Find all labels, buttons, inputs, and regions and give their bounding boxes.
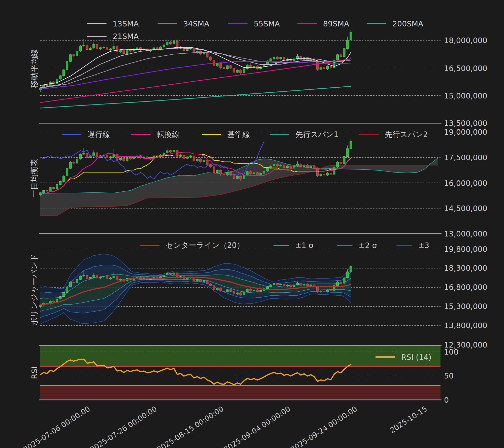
ytick-label: 15,000,000 — [444, 91, 487, 100]
legend-swatch — [202, 134, 221, 135]
legend-swatch — [87, 36, 107, 37]
legend-label: 34SMA — [183, 19, 209, 28]
legend-label: ±2 σ — [359, 241, 377, 250]
legend-swatch — [297, 23, 317, 24]
legend-label: 200SMA — [392, 19, 423, 28]
ytick-label: 13,000,000 — [444, 229, 487, 238]
legend-item-200sma: 200SMA — [367, 19, 423, 28]
legend-item-rsi: RSI (14) — [375, 353, 431, 362]
ytick-label: 16,500,000 — [444, 64, 487, 73]
legend-swatch — [87, 23, 107, 24]
legend-item-55sma: 55SMA — [228, 19, 280, 28]
legend-item-sigma1: ±1 σ — [273, 241, 313, 250]
ytick-label: 16,000,000 — [444, 179, 487, 188]
legend-label: ±1 σ — [295, 241, 313, 250]
legend-item-21sma: 21SMA — [87, 32, 139, 41]
legend-label: 先行スパン1 — [295, 129, 338, 140]
legend-item-sigma3: ±3 — [396, 241, 429, 250]
legend-swatch — [62, 134, 81, 135]
legend-label: 21SMA — [113, 32, 139, 41]
legend-item-lagging-span: 遅行線 — [62, 130, 110, 139]
legend-label: 遅行線 — [87, 129, 110, 140]
ytick-label: 17,500,000 — [444, 153, 487, 162]
legend-label: RSI (14) — [401, 353, 431, 362]
ytick-label: 18,300,000 — [444, 264, 487, 272]
legend-swatch — [131, 134, 151, 135]
legend-item-89sma: 89SMA — [297, 19, 349, 28]
axis-title-ichimoku: 一目均衡表 — [29, 159, 40, 198]
axis-title-rsi: RSI — [30, 366, 39, 379]
legend-item-34sma: 34SMA — [158, 19, 209, 28]
legend-swatch — [158, 23, 177, 24]
legend-label: 55SMA — [254, 19, 280, 28]
legend-label: センターライン（20） — [166, 240, 244, 251]
legend-swatch — [337, 245, 353, 246]
legend-item-leading-span2: 先行スパン2 — [359, 130, 428, 139]
legend-label: 基準線 — [227, 129, 250, 140]
legend-swatch — [396, 245, 412, 246]
ytick-label: 50 — [444, 371, 454, 380]
ytick-label: 18,000,000 — [444, 36, 487, 45]
legend-item-centerline: センターライン（20） — [140, 241, 244, 250]
legend-label: 13SMA — [113, 19, 139, 28]
legend-swatch — [270, 134, 289, 135]
legend-label: 89SMA — [323, 19, 349, 28]
legend-item-sigma2: ±2 σ — [337, 241, 377, 250]
legend-item-base-line: 基準線 — [202, 130, 250, 139]
ytick-label: 100 — [444, 348, 458, 356]
legend-item-conversion-line: 転換線 — [131, 130, 179, 139]
legend-label: ±3 — [418, 241, 429, 250]
ytick-label: 19,800,000 — [444, 245, 487, 254]
ytick-label: 13,500,000 — [444, 119, 487, 128]
legend-swatch — [367, 23, 386, 24]
ytick-label: 15,300,000 — [444, 302, 487, 311]
legend-swatch — [140, 245, 160, 246]
legend-swatch — [375, 356, 395, 358]
ytick-label: 14,500,000 — [444, 204, 487, 213]
ytick-label: 0 — [444, 396, 449, 404]
chart-canvas[interactable] — [0, 0, 504, 448]
chart-figure: 移動平均線 一目均衡表 ボリンジャーバンド RSI 18,000,000 16,… — [0, 0, 504, 448]
legend-item-leading-span1: 先行スパン1 — [270, 130, 338, 139]
legend-swatch — [228, 23, 248, 24]
legend-swatch — [273, 245, 289, 246]
axis-title-moving-average: 移動平均線 — [29, 49, 40, 88]
legend-label: 先行スパン2 — [385, 129, 428, 140]
legend-label: 転換線 — [157, 129, 179, 140]
legend-swatch — [359, 134, 379, 135]
ytick-label: 19,000,000 — [444, 128, 487, 136]
ytick-label: 13,800,000 — [444, 321, 487, 330]
axis-title-bollinger: ボリンジャーバンド — [29, 254, 40, 326]
legend-item-13sma: 13SMA — [87, 19, 139, 28]
ytick-label: 16,800,000 — [444, 283, 487, 292]
